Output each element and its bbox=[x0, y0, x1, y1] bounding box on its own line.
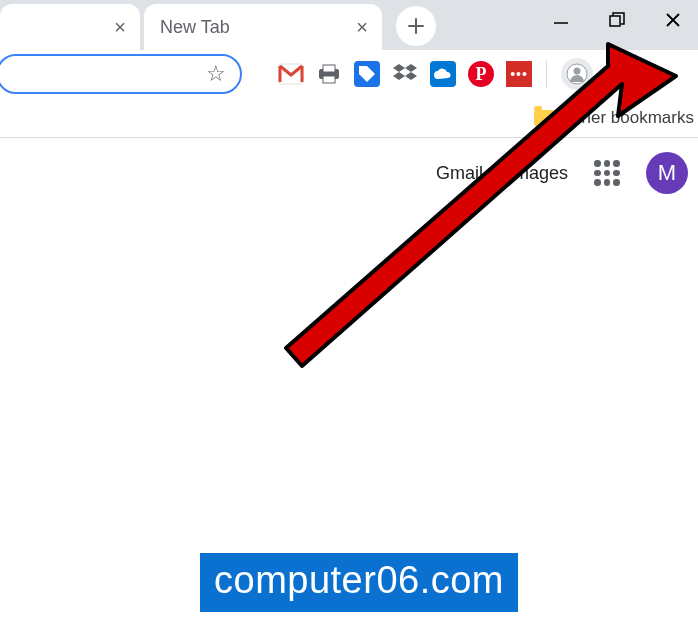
other-bookmarks-button[interactable]: Other bookmarks bbox=[564, 108, 694, 128]
gmail-link[interactable]: Gmail bbox=[436, 163, 483, 184]
folder-icon bbox=[534, 110, 554, 126]
google-apps-button[interactable] bbox=[594, 160, 620, 186]
onedrive-extension-icon[interactable] bbox=[430, 61, 456, 87]
tag-extension-icon[interactable] bbox=[354, 61, 380, 87]
profile-icon bbox=[566, 63, 588, 85]
lastpass-extension-icon[interactable]: ••• bbox=[506, 61, 532, 87]
minimize-button[interactable] bbox=[548, 7, 574, 33]
print-extension-icon[interactable] bbox=[316, 61, 342, 87]
browser-toolbar: ☆ P ••• bbox=[0, 50, 698, 98]
close-icon[interactable]: × bbox=[110, 17, 130, 37]
gmail-extension-icon[interactable] bbox=[278, 61, 304, 87]
tab-2-new-tab[interactable]: New Tab × bbox=[144, 4, 382, 50]
close-icon bbox=[664, 11, 682, 29]
maximize-button[interactable] bbox=[604, 7, 630, 33]
address-bar[interactable]: ☆ bbox=[0, 54, 242, 94]
pinterest-extension-icon[interactable]: P bbox=[468, 61, 494, 87]
window-close-button[interactable] bbox=[660, 7, 686, 33]
minimize-icon bbox=[552, 11, 570, 29]
images-link[interactable]: Images bbox=[509, 163, 568, 184]
window-controls bbox=[548, 0, 698, 40]
tab-1[interactable]: × bbox=[0, 4, 140, 50]
bookmarks-bar: Other bookmarks bbox=[0, 98, 698, 138]
svg-rect-0 bbox=[610, 16, 620, 26]
plus-icon bbox=[407, 17, 425, 35]
account-avatar[interactable]: M bbox=[646, 152, 688, 194]
tab-title: New Tab bbox=[160, 17, 352, 38]
svg-point-6 bbox=[574, 68, 581, 75]
chrome-menu-button[interactable] bbox=[609, 63, 633, 86]
tab-strip: × New Tab × bbox=[0, 0, 698, 50]
maximize-icon bbox=[609, 12, 625, 28]
svg-rect-3 bbox=[323, 65, 335, 72]
watermark: computer06.com bbox=[200, 553, 518, 612]
svg-rect-4 bbox=[323, 76, 335, 83]
new-tab-button[interactable] bbox=[396, 6, 436, 46]
bookmark-star-icon[interactable]: ☆ bbox=[206, 61, 226, 87]
separator bbox=[546, 60, 547, 88]
close-icon[interactable]: × bbox=[352, 17, 372, 37]
profile-button[interactable] bbox=[561, 58, 593, 90]
new-tab-page-header: Gmail Images M bbox=[0, 138, 698, 208]
dropbox-extension-icon[interactable] bbox=[392, 61, 418, 87]
